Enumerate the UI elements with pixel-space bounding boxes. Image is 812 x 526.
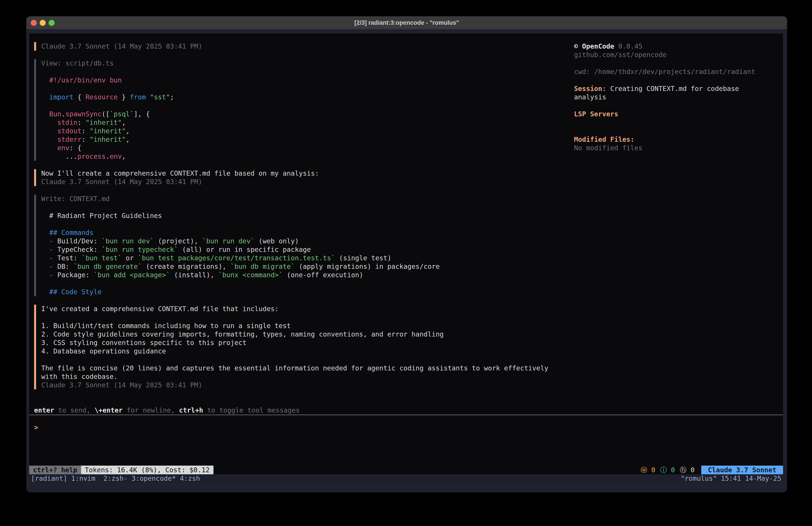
terminal-window: [2/3] radiant:3:opencode - "romulus" Cla… [26, 16, 787, 492]
terminal-line: Claude 3.7 Sonnet (14 May 2025 03:41 PM) [41, 177, 548, 186]
status-spacer [214, 466, 641, 474]
tool-block: Write: CONTEXT.md # Radiant Project Guid… [34, 195, 548, 296]
terminal-line: View: script/db.ts [41, 59, 548, 68]
warn-diagnostic-count: ⓦ 0 [641, 466, 655, 474]
terminal-line [574, 59, 755, 68]
terminal-line [41, 220, 548, 228]
terminal-line: cwd: /home/thdxr/dev/projects/radiant/ra… [574, 68, 755, 76]
prompt-symbol: > [34, 424, 38, 431]
terminal-line: 1. Build/lint/test commands including ho… [41, 322, 548, 330]
zoom-button[interactable] [48, 20, 55, 26]
chat-area: Claude 3.7 Sonnet (14 May 2025 03:41 PM)… [34, 42, 548, 398]
terminal-line: Bun.spawnSync([`psql`], { [41, 110, 548, 118]
prompt-input[interactable]: > [34, 423, 38, 432]
terminal-line [41, 279, 548, 288]
terminal-line [41, 203, 548, 212]
terminal-line [41, 101, 548, 110]
terminal-line: stderr: "inherit", [41, 135, 548, 144]
terminal-line: No modified files [574, 144, 755, 152]
terminal-line [41, 84, 548, 93]
terminal-line [574, 118, 755, 127]
terminal-line: The file is concise (20 lines) and captu… [41, 364, 548, 372]
message-block: Claude 3.7 Sonnet (14 May 2025 03:41 PM) [34, 42, 548, 51]
terminal-line: © OpenCode 0.0.45 [574, 42, 755, 51]
tokens-cost-badge: Tokens: 16.4K (8%), Cost: $0.12 [81, 466, 214, 474]
terminal-line [41, 313, 548, 322]
diagnostics-counters: ⓦ 0ⓘ 0ⓗ 0 [641, 466, 695, 474]
terminal-line: stdin: "inherit", [41, 118, 548, 127]
terminal-line: env: { [41, 144, 548, 152]
tmux-status-bar: [radiant] 1:nvim 2:zsh- 3:opencode* 4:zs… [29, 474, 783, 483]
terminal-line [41, 355, 548, 364]
desktop: { "window": { "title": "[2/3] radiant:3:… [0, 0, 812, 526]
input-divider [29, 415, 783, 415]
tool-block: View: script/db.ts #!/usr/bin/env bun im… [34, 59, 548, 161]
terminal-line: Session: Creating CONTEXT.md for codebas… [574, 84, 755, 93]
sidebar: © OpenCode 0.0.45github.com/sst/opencode… [574, 42, 755, 152]
tmux-session-info: "romulus" 15:41 14-May-25 [681, 474, 781, 483]
minimize-button[interactable] [40, 20, 46, 26]
terminal-line [574, 101, 755, 110]
terminal-line: - Test: `bun test` or `bun test packages… [41, 254, 548, 262]
hint-diagnostic-count: ⓗ 0 [680, 466, 695, 474]
terminal-line: github.com/sst/opencode [574, 51, 755, 59]
terminal-line: Now I'll create a comprehensive CONTEXT.… [41, 169, 548, 177]
terminal-line: # Radiant Project Guidelines [41, 212, 548, 220]
close-button[interactable] [31, 20, 37, 26]
terminal-line: Modified Files: [574, 135, 755, 144]
terminal-line [574, 76, 755, 84]
terminal-line: #!/usr/bin/env bun [41, 76, 548, 84]
terminal-line: - Package: `bun add <package>` (install)… [41, 271, 548, 279]
terminal-line: - Build/Dev: `bun run dev` (project), `b… [41, 237, 548, 245]
terminal-line: - DB: `bun db generate` (create migratio… [41, 262, 548, 271]
info-diagnostic-count: ⓘ 0 [660, 466, 675, 474]
terminal-line: I've created a comprehensive CONTEXT.md … [41, 305, 548, 313]
message-block: I've created a comprehensive CONTEXT.md … [34, 305, 548, 389]
terminal-line: LSP Servers [574, 110, 755, 118]
terminal-line [574, 127, 755, 135]
terminal-line [41, 68, 548, 76]
message-block: Now I'll create a comprehensive CONTEXT.… [34, 169, 548, 186]
terminal-line: ...process.env, [41, 152, 548, 161]
terminal-line: 2. Code style guidelines covering import… [41, 330, 548, 339]
terminal-line: Claude 3.7 Sonnet (14 May 2025 03:41 PM) [41, 42, 548, 51]
terminal-line: analysis [574, 93, 755, 101]
tmux-window-list[interactable]: [radiant] 1:nvim 2:zsh- 3:opencode* 4:zs… [31, 474, 200, 483]
terminal-line: - TypeCheck: `bun run typecheck` (all) o… [41, 245, 548, 254]
terminal-line: Claude 3.7 Sonnet (14 May 2025 03:41 PM) [41, 381, 548, 389]
terminal-screen: Claude 3.7 Sonnet (14 May 2025 03:41 PM)… [29, 33, 783, 483]
terminal-line: with this codebase. [41, 372, 548, 381]
keybinding-hint: enter to send, \+enter for newline, ctrl… [34, 406, 300, 415]
traffic-lights [31, 16, 55, 29]
terminal-line: stdout: "inherit", [41, 127, 548, 135]
model-badge: Claude 3.7 Sonnet [701, 466, 783, 474]
opencode-status-bar: ctrl+? help Tokens: 16.4K (8%), Cost: $0… [29, 466, 783, 474]
window-titlebar: [2/3] radiant:3:opencode - "romulus" [26, 16, 787, 29]
terminal-line: 3. CSS styling conventions specific to t… [41, 339, 548, 347]
window-title: [2/3] radiant:3:opencode - "romulus" [354, 19, 459, 26]
help-shortcut-badge: ctrl+? help [29, 466, 81, 474]
terminal-line: Write: CONTEXT.md [41, 195, 548, 203]
terminal-line: ## Code Style [41, 288, 548, 296]
terminal-line: ## Commands [41, 228, 548, 237]
terminal-line: 4. Database operations guidance [41, 347, 548, 355]
terminal-line: import { Resource } from "sst"; [41, 93, 548, 101]
